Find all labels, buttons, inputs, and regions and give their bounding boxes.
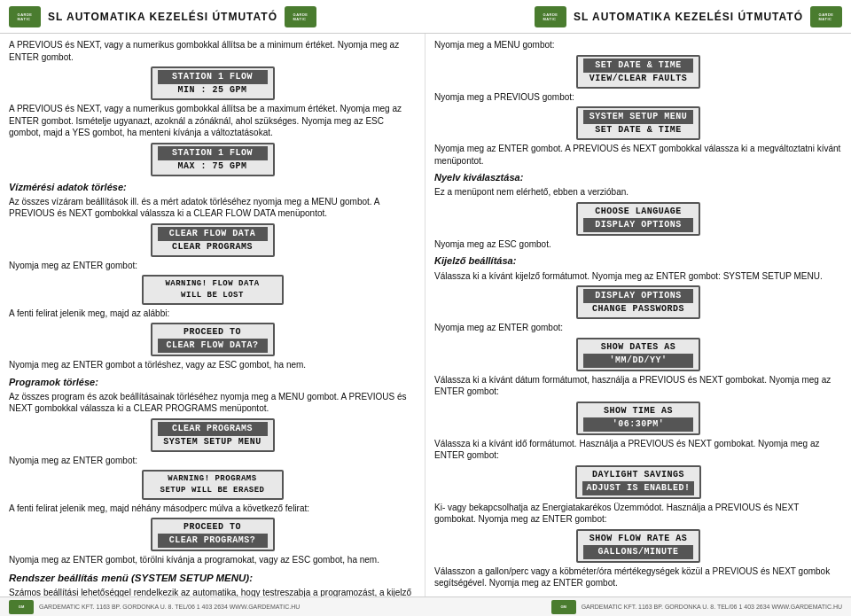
main-content: A PREVIOUS és NEXT, vagy a numerikus gom… bbox=[0, 34, 851, 597]
lcd-choose-lang-line1: CHOOSE LANGUAGE bbox=[583, 206, 693, 218]
lcd-station-min-line2: MIN : 25 GPM bbox=[158, 84, 268, 97]
lcd-daylight: DAYLIGHT SAVINGS ADJUST IS ENABLED! bbox=[575, 465, 700, 499]
lcd-choose-lang: CHOOSE LANGUAGE DISPLAY OPTIONS bbox=[576, 202, 700, 236]
left-para7: A fenti felirat jelenik meg, majd néhány… bbox=[9, 503, 416, 515]
section-lang-text: Ez a menüpont nem elérhető, ebben a verz… bbox=[434, 186, 842, 199]
lcd-proceed2-line1: PROCEED TO bbox=[158, 521, 268, 534]
lcd-warning1-line2: WILL BE LOST bbox=[149, 290, 277, 301]
lcd-flow-rate-line1: SHOW FLOW RATE AS bbox=[583, 533, 693, 545]
lcd-daylight-line1: DAYLIGHT SAVINGS bbox=[582, 469, 693, 481]
lcd-set-date2-line1: SET DATE & TIME bbox=[583, 124, 693, 136]
lcd-station-max-line2: MAX : 75 GPM bbox=[158, 160, 268, 173]
section-lang-title: Nyelv kiválasztása: bbox=[434, 171, 842, 184]
section-display-text: Válassza ki a kívánt kijelző formátumot.… bbox=[434, 270, 842, 283]
lcd-set-date: SET DATE & TIME VIEW/CLEAR FAULTS bbox=[576, 55, 700, 89]
lcd-set-date-line1: SET DATE & TIME bbox=[583, 58, 693, 73]
left-para6: Nyomja meg az ENTER gombot: bbox=[9, 455, 416, 467]
right-para9: Válasszon a gallon/perc vagy a köbméter/… bbox=[434, 565, 842, 589]
lcd-clear1-line2: CLEAR PROGRAMS bbox=[158, 241, 268, 253]
footer: GM GARDEMATIC KFT. 1163 BP. GORDONKA U. … bbox=[0, 597, 851, 616]
header-right: GARDEMATIC SL AUTOMATIKA KEZELÉSI ÚTMUTA… bbox=[535, 6, 842, 27]
logo-right: GARDEMATIC bbox=[535, 6, 566, 27]
lcd-clear2-line1: CLEAR PROGRAMS bbox=[158, 422, 268, 436]
lcd-warning2-line1: WARNING! PROGRAMS bbox=[149, 473, 277, 485]
section2-text: Az összes program és azok beállításainak… bbox=[9, 391, 416, 415]
lcd-station-min-line1: STATION 1 FLOW bbox=[158, 70, 268, 84]
right-para8: Ki- vagy bekapcsolhatja az Energiatakaré… bbox=[434, 502, 842, 526]
section3-title: Rendszer beállítás menü (SYSTEM SETUP ME… bbox=[9, 571, 416, 585]
lcd-show-dates-line1: SHOW DATES AS bbox=[583, 341, 693, 354]
right-para5: Nyomja meg az ENTER gombot: bbox=[434, 322, 842, 334]
left-column: A PREVIOUS és NEXT, vagy a numerikus gom… bbox=[0, 34, 426, 597]
left-para5: Nyomja meg az ENTER gombot a törléshez, … bbox=[9, 359, 416, 371]
footer-right: GM GARDEMATIC KFT. 1163 BP. GORDONKA U. … bbox=[551, 600, 842, 614]
lcd-proceed1-line2: CLEAR FLOW DATA? bbox=[158, 339, 268, 353]
lcd-display-opts-line1: DISPLAY OPTIONS bbox=[583, 289, 693, 303]
lcd-warning1-line1: WARNING! FLOW DATA bbox=[149, 278, 277, 290]
header-title-left: SL AUTOMATIKA KEZELÉSI ÚTMUTATÓ bbox=[48, 11, 277, 23]
lcd-show-time: SHOW TIME AS '06:30PM' bbox=[576, 402, 700, 435]
page: GARDEMATIC SL AUTOMATIKA KEZELÉSI ÚTMUTA… bbox=[0, 0, 851, 616]
right-para7: Válassza ki a kívánt idő formátumot. Has… bbox=[434, 438, 842, 462]
lcd-show-time-line2: '06:30PM' bbox=[583, 417, 693, 432]
right-para4: Nyomja meg az ESC gombot. bbox=[434, 238, 842, 251]
header-title-right: SL AUTOMATIKA KEZELÉSI ÚTMUTATÓ bbox=[574, 11, 803, 23]
lcd-station-max-line1: STATION 1 FLOW bbox=[158, 146, 268, 160]
right-para6: Válassza ki a kívánt dátum formátumot, h… bbox=[434, 374, 842, 398]
lcd-show-time-line1: SHOW TIME AS bbox=[583, 405, 693, 417]
lcd-warning2-line2: SETUP WILL BE ERASED bbox=[149, 485, 277, 496]
lcd-system-setup: SYSTEM SETUP MENU SET DATE & TIME bbox=[576, 106, 700, 140]
footer-left: GM GARDEMATIC KFT. 1163 BP. GORDONKA U. … bbox=[9, 600, 300, 614]
logo-left: GARDEMATIC bbox=[9, 6, 41, 27]
header-left: GARDEMATIC SL AUTOMATIKA KEZELÉSI ÚTMUTA… bbox=[9, 6, 316, 27]
header: GARDEMATIC SL AUTOMATIKA KEZELÉSI ÚTMUTA… bbox=[0, 0, 851, 34]
lcd-flow-rate-line2: GALLONS/MINUTE bbox=[583, 545, 693, 559]
lcd-proceed1: PROCEED TO CLEAR FLOW DATA? bbox=[151, 323, 275, 356]
footer-logo-right: GM bbox=[551, 600, 576, 614]
lcd-clear2: CLEAR PROGRAMS SYSTEM SETUP MENU bbox=[151, 418, 275, 452]
left-para8: Nyomja meg az ENTER gombot, törölni kívá… bbox=[9, 554, 416, 566]
lcd-proceed2-line2: CLEAR PROGRAMS? bbox=[158, 534, 268, 548]
section1-title: Vízmérési adatok törlése: bbox=[9, 181, 416, 194]
lcd-choose-lang-line2: DISPLAY OPTIONS bbox=[583, 218, 693, 232]
lcd-clear2-line2: SYSTEM SETUP MENU bbox=[158, 436, 268, 448]
left-para1: A PREVIOUS és NEXT, vagy a numerikus gom… bbox=[9, 39, 416, 63]
section3-text: Számos beállítási lehetőséggel rendelkez… bbox=[9, 587, 416, 597]
lcd-clear1-line1: CLEAR FLOW DATA bbox=[158, 227, 268, 241]
left-para3: Nyomja meg az ENTER gombot: bbox=[9, 260, 416, 272]
lcd-station-max: STATION 1 FLOW MAX : 75 GPM bbox=[151, 143, 275, 176]
right-para2: Nyomja meg a PREVIOUS gombot: bbox=[434, 91, 842, 104]
lcd-change-pw-line1: CHANGE PASSWORDS bbox=[583, 303, 693, 316]
lcd-clear1: CLEAR FLOW DATA CLEAR PROGRAMS bbox=[151, 223, 275, 257]
lcd-proceed2: PROCEED TO CLEAR PROGRAMS? bbox=[151, 518, 275, 551]
lcd-show-dates-line2: 'MM/DD/YY' bbox=[583, 354, 693, 368]
footer-text-right: GARDEMATIC KFT. 1163 BP. GORDONKA U. 8. … bbox=[582, 604, 842, 610]
lcd-station-min: STATION 1 FLOW MIN : 25 GPM bbox=[151, 66, 275, 100]
right-para3: Nyomja meg az ENTER gombot. A PREVIOUS é… bbox=[434, 143, 842, 167]
left-para4: A fenti felirat jelenik meg, majd az alá… bbox=[9, 308, 416, 320]
right-para1: Nyomja meg a MENU gombot: bbox=[434, 39, 842, 51]
lcd-view-faults-line1: VIEW/CLEAR FAULTS bbox=[583, 73, 693, 85]
footer-logo-left: GM bbox=[9, 600, 34, 614]
lcd-show-dates: SHOW DATES AS 'MM/DD/YY' bbox=[576, 338, 700, 371]
lcd-display-opts: DISPLAY OPTIONS CHANGE PASSWORDS bbox=[576, 285, 700, 319]
lcd-proceed1-line1: PROCEED TO bbox=[158, 326, 268, 339]
section-display-title: Kijelző beállítása: bbox=[434, 254, 842, 268]
right-column: Nyomja meg a MENU gombot: SET DATE & TIM… bbox=[426, 34, 851, 597]
lcd-system-setup-line1: SYSTEM SETUP MENU bbox=[583, 110, 693, 124]
section2-title: Programok törlése: bbox=[9, 376, 416, 389]
logo-left-2: GARDEMATIC bbox=[285, 6, 316, 27]
footer-text-left: GARDEMATIC KFT. 1163 BP. GORDONKA U. 8. … bbox=[39, 604, 300, 610]
section1-text1: Az összes vízáram beállítások ill. és a … bbox=[9, 196, 416, 220]
lcd-flow-rate: SHOW FLOW RATE AS GALLONS/MINUTE bbox=[576, 529, 700, 563]
lcd-daylight-line2: ADJUST IS ENABLED! bbox=[582, 481, 693, 495]
lcd-warning2: WARNING! PROGRAMS SETUP WILL BE ERASED bbox=[142, 470, 284, 499]
lcd-warning1: WARNING! FLOW DATA WILL BE LOST bbox=[142, 275, 284, 304]
logo-right-2: GARDEMATIC bbox=[810, 6, 842, 27]
left-para2: A PREVIOUS és NEXT, vagy a numerikus gom… bbox=[9, 103, 416, 139]
